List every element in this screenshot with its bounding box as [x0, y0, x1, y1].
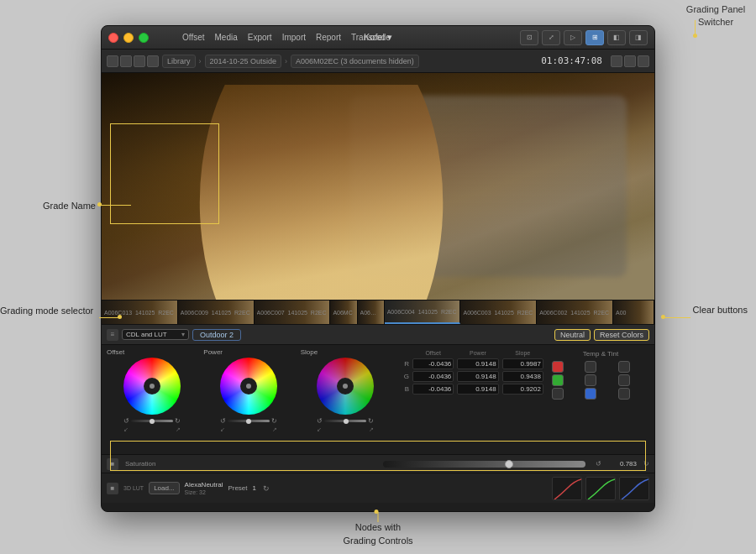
temp-btn-g[interactable]	[552, 374, 564, 386]
numeric-row-g: G -0.0436 0.9148 0.9438	[399, 371, 543, 382]
slope-slider[interactable]	[324, 420, 366, 422]
menu-export[interactable]: Export	[244, 33, 276, 42]
temp-btn-5[interactable]	[552, 388, 564, 400]
menu-report[interactable]: Report	[312, 33, 344, 42]
clip-6[interactable]: A006C004_141025_R2EC	[385, 301, 461, 324]
lut-icon: ■	[107, 483, 118, 494]
clip-4[interactable]: A06MC	[330, 301, 357, 324]
curve-g[interactable]	[585, 477, 616, 500]
lut-preset-num: 1	[253, 484, 256, 492]
temp-btn-6[interactable]	[618, 388, 630, 400]
quicktime-icon[interactable]: ▷	[564, 30, 582, 45]
mode-icon-1[interactable]	[107, 55, 118, 67]
left-bar-icon[interactable]: ◧	[607, 30, 626, 45]
timeline-strip[interactable]: A006C013_141025_R2EC A006C009_141025_R2E…	[102, 300, 654, 325]
clip-2[interactable]: A006C009_141025_R2EC	[178, 301, 255, 324]
temp-btn-1[interactable]	[585, 361, 596, 373]
clear-buttons-annotation: Clear buttons	[693, 304, 748, 316]
lut-preset-label: Preset	[228, 484, 247, 492]
view-icon-1[interactable]	[611, 55, 622, 67]
temp-tint-grid	[552, 361, 649, 400]
lut-refresh-icon[interactable]: ↻	[263, 484, 270, 493]
grade-name-tag[interactable]: Outdoor 2	[192, 329, 241, 341]
nodes-line-v	[378, 512, 379, 522]
clip-9[interactable]: A00	[613, 301, 654, 324]
slope-wheel[interactable]	[317, 358, 374, 415]
temp-btn-r1[interactable]	[552, 361, 564, 373]
clear-buttons-dot	[661, 315, 665, 319]
offset-wheel-section: Offset ↺ ↻ ↙ ↗	[105, 348, 198, 451]
power-wheel[interactable]	[220, 358, 277, 415]
g-label: G	[399, 373, 409, 380]
temp-btn-b[interactable]	[585, 388, 596, 400]
menu-bar: Offset Media Export Import Report Transc…	[179, 33, 394, 42]
sat-icon: ■	[107, 458, 118, 470]
power-b[interactable]: 0.9148	[457, 384, 498, 395]
date-folder[interactable]: 2014-10-25 Outside	[205, 55, 282, 68]
curve-b-svg	[620, 478, 649, 500]
grading-panel-dot	[693, 34, 697, 38]
lut-load-button[interactable]: Load...	[149, 482, 179, 494]
mode-icon-2[interactable]	[120, 55, 132, 67]
slope-controls: ↺ ↻	[317, 417, 374, 425]
curve-r[interactable]	[552, 477, 582, 500]
offset-wheel[interactable]	[123, 358, 181, 415]
right-bar-icon[interactable]: ◨	[629, 30, 648, 45]
library-item[interactable]: Library	[162, 55, 196, 68]
power-g[interactable]: 0.9148	[457, 371, 498, 382]
temp-btn-3[interactable]	[585, 374, 596, 386]
timecode-display: 01:03:47:08	[541, 55, 602, 66]
grading-mode-annotation: Grading mode selector	[0, 305, 99, 317]
grading-mode-dot	[118, 315, 122, 319]
reset-colors-button[interactable]: Reset Colors	[594, 329, 649, 341]
power-r[interactable]: 0.9148	[457, 358, 498, 369]
grading-panel-switcher-label: Grading Panel Switcher	[682, 3, 749, 29]
grade-mode-selector[interactable]: CDL and LUT ▾	[122, 329, 189, 340]
offset-wheel-center	[144, 378, 160, 395]
lut-section-label: 3D LUT	[123, 485, 144, 491]
grading-icon[interactable]: ⊞	[585, 30, 604, 45]
toolbar-mode-icons	[107, 55, 159, 67]
menu-offset[interactable]: Offset	[179, 33, 208, 42]
saturation-value: 0.783	[612, 460, 637, 468]
saturation-label: Saturation	[125, 460, 167, 468]
mode-icon-4[interactable]	[147, 55, 159, 67]
power-wheel-center	[240, 378, 257, 395]
video-content	[102, 73, 654, 300]
curve-b[interactable]	[619, 477, 649, 500]
clip-3[interactable]: A006C007_141025_R2EC	[255, 301, 331, 324]
menu-import[interactable]: Import	[279, 33, 309, 42]
offset-b[interactable]: -0.0436	[412, 384, 454, 395]
neutral-button[interactable]: Neutral	[554, 329, 591, 341]
clip-8[interactable]: A006C002_141025_R2EC	[537, 301, 613, 324]
close-button[interactable]	[108, 33, 118, 43]
power-slider[interactable]	[228, 420, 270, 422]
broadcast-icon[interactable]: ⊡	[520, 30, 538, 45]
saturation-bar[interactable]	[383, 461, 585, 468]
offset-g[interactable]: -0.0436	[412, 371, 454, 382]
offset-slider[interactable]	[131, 420, 173, 422]
temp-btn-2[interactable]	[618, 361, 630, 373]
offset-r[interactable]: -0.0436	[412, 358, 454, 369]
slope-g[interactable]: 0.9438	[502, 371, 543, 382]
menu-media[interactable]: Media	[212, 33, 241, 42]
clip-7[interactable]: A006C003_141025_R2EC	[460, 301, 537, 324]
fullscreen-button[interactable]	[139, 33, 149, 43]
section-icon: ≡	[107, 329, 118, 341]
title-bar-icons: ⊡ ⤢ ▷ ⊞ ◧ ◨	[520, 30, 648, 45]
fullscreen-icon[interactable]: ⤢	[542, 30, 560, 45]
clip-5[interactable]: A06MC2	[358, 301, 385, 324]
temp-btn-4[interactable]	[618, 374, 630, 386]
view-icon-2[interactable]	[624, 55, 636, 67]
offset-wheel-dot	[150, 384, 155, 389]
minimize-button[interactable]	[123, 33, 134, 43]
session-folder[interactable]: A006M02EC (3 documents hidden)	[291, 55, 419, 68]
grading-toolbar: ≡ CDL and LUT ▾ Outdoor 2 Neutral Reset …	[102, 325, 654, 345]
temp-tint-section: Temp & Tint	[550, 348, 651, 451]
numeric-headers: Offset Power Slope	[399, 350, 543, 356]
slope-b[interactable]: 0.9202	[502, 384, 543, 395]
clip-1[interactable]: A006C013_141025_R2EC	[102, 301, 178, 324]
slope-r[interactable]: 0.9987	[502, 358, 543, 369]
mode-icon-3[interactable]	[134, 55, 145, 67]
view-icon-3[interactable]	[638, 55, 649, 67]
